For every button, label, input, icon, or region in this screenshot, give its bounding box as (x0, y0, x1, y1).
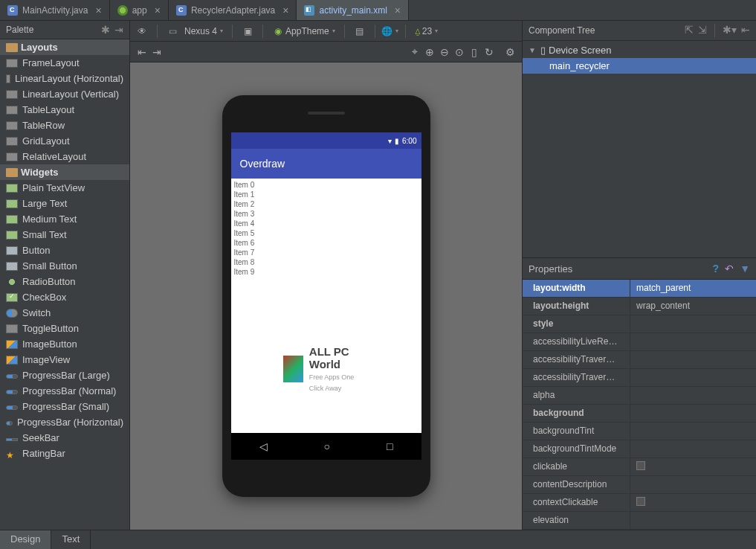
checkbox-icon[interactable] (636, 497, 645, 506)
palette-group-header[interactable]: Layouts (0, 39, 129, 55)
gear-icon[interactable]: ✱ (101, 24, 110, 36)
palette-item-label: Plain TextView (22, 182, 85, 193)
undo-icon[interactable]: ↶ (725, 263, 734, 274)
filter-icon[interactable]: ▼ (740, 263, 750, 274)
property-row[interactable]: layout:widthmatch_parent (523, 280, 756, 298)
property-value[interactable] (630, 315, 756, 333)
property-value[interactable] (630, 458, 756, 475)
palette-item[interactable]: ProgressBar (Normal) (0, 383, 129, 399)
property-value[interactable] (630, 494, 756, 511)
close-icon[interactable]: × (280, 4, 288, 16)
close-icon[interactable]: × (392, 4, 401, 16)
file-tab[interactable]: RecyclerAdapter.java× (169, 0, 297, 20)
theme-selector[interactable]: ◉AppTheme (272, 25, 335, 37)
palette-item[interactable]: Medium Text (0, 211, 129, 227)
property-row[interactable]: clickable (523, 458, 756, 476)
property-value[interactable] (630, 440, 756, 458)
property-value[interactable] (630, 333, 756, 350)
file-tab[interactable]: MainActivity.java× (0, 0, 110, 20)
palette-item[interactable]: FrameLayout (0, 55, 129, 71)
activity-icon[interactable]: ▤ (354, 25, 366, 37)
capture-icon[interactable]: ▯ (468, 46, 480, 58)
property-row[interactable]: contextClickable (523, 494, 756, 512)
palette-item[interactable]: LinearLayout (Vertical) (0, 86, 129, 102)
palette-item[interactable]: GridLayout (0, 133, 129, 149)
palette-item[interactable]: ProgressBar (Large) (0, 367, 129, 383)
property-row[interactable]: contentDescription (523, 476, 756, 494)
property-row[interactable]: backgroundTint (523, 423, 756, 440)
property-value[interactable] (630, 387, 756, 404)
palette-item[interactable]: Button (0, 243, 129, 258)
property-value[interactable] (630, 476, 756, 493)
zoom-fit-icon[interactable]: ⌖ (409, 46, 421, 58)
palette-item[interactable]: Small Text (0, 227, 129, 243)
tab-design[interactable]: Design (0, 530, 51, 549)
palette-item[interactable]: RatingBar (0, 446, 129, 461)
property-row[interactable]: style (523, 315, 756, 333)
eye-icon[interactable]: 👁 (136, 25, 148, 37)
collapse-icon[interactable]: ⇥ (114, 24, 123, 36)
palette-item-label: RadioButton (22, 276, 76, 287)
palette-item[interactable]: Small Button (0, 258, 129, 274)
palette-item[interactable]: ProgressBar (Horizontal) (0, 414, 129, 430)
tree-gear-icon[interactable]: ✱▾ (723, 24, 737, 37)
tab-text[interactable]: Text (51, 530, 91, 549)
palette-item[interactable]: Switch (0, 305, 129, 321)
locale-icon[interactable]: 🌐 (384, 25, 396, 37)
palette-item[interactable]: ImageView (0, 352, 129, 367)
property-key: clickable (523, 458, 630, 475)
zoom-out-icon[interactable]: ⊖ (439, 46, 450, 58)
palette-item[interactable]: TableRow (0, 118, 129, 133)
align-right-icon[interactable]: ⇥ (151, 46, 163, 58)
property-value[interactable] (630, 423, 756, 440)
property-row[interactable]: alpha (523, 387, 756, 405)
palette-item[interactable]: CheckBox (0, 289, 129, 305)
property-row[interactable]: background (523, 405, 756, 423)
property-row[interactable]: backgroundTintMode (523, 440, 756, 458)
property-row[interactable]: accessibilityLiveRegion (523, 333, 756, 351)
palette-item[interactable]: RadioButton (0, 274, 129, 289)
layout-variant-icon[interactable]: ▣ (242, 25, 253, 37)
zoom-in-icon[interactable]: ⊕ (424, 46, 436, 58)
palette-item[interactable]: Plain TextView (0, 180, 129, 196)
property-value[interactable] (630, 405, 756, 422)
property-value[interactable]: match_parent (630, 280, 756, 297)
palette-item[interactable]: ImageButton (0, 336, 129, 352)
property-row[interactable]: accessibilityTraversalAfter (523, 351, 756, 369)
tree-root-row[interactable]: ▼ ▯ Device Screen (523, 42, 756, 58)
palette-item[interactable]: SeekBar (0, 430, 129, 446)
property-value[interactable] (630, 512, 756, 529)
palette-item[interactable]: TableLayout (0, 102, 129, 118)
property-value[interactable]: wrap_content (630, 298, 756, 315)
palette-item[interactable]: Large Text (0, 196, 129, 211)
palette-item[interactable]: RelativeLayout (0, 149, 129, 164)
file-tab[interactable]: app× (110, 0, 169, 20)
chevron-down-icon[interactable]: ▼ (529, 46, 537, 54)
palette-group-header[interactable]: Widgets (0, 164, 129, 180)
property-value[interactable] (630, 351, 756, 368)
api-selector[interactable]: ⍙23 (415, 25, 438, 36)
property-value[interactable] (630, 369, 756, 386)
file-tab[interactable]: activity_main.xml× (297, 0, 409, 20)
refresh-icon[interactable]: ↻ (483, 46, 495, 58)
checkbox-icon[interactable] (636, 461, 645, 470)
settings-icon[interactable]: ⚙ (504, 46, 516, 58)
device-selector[interactable]: Nexus 4 (184, 26, 223, 36)
design-canvas[interactable]: ▾ ▮ 6:00 Overdraw Item 0Item 1Item 2Item… (130, 62, 522, 530)
expand-icon[interactable]: ⇱ (685, 24, 694, 37)
help-icon[interactable]: ? (713, 263, 720, 274)
collapse-tree-icon[interactable]: ⇲ (698, 24, 707, 37)
tree-child-row[interactable]: main_recycler (523, 58, 756, 74)
property-row[interactable]: accessibilityTraversalBefore (523, 369, 756, 387)
zoom-actual-icon[interactable]: ⊙ (453, 46, 465, 58)
close-icon[interactable]: × (152, 4, 161, 16)
hide-icon[interactable]: ⇤ (741, 24, 750, 37)
palette-item[interactable]: LinearLayout (Horizontal) (0, 71, 129, 86)
palette-item[interactable]: ToggleButton (0, 321, 129, 336)
property-row[interactable]: layout:heightwrap_content (523, 298, 756, 315)
palette-item[interactable]: ProgressBar (Small) (0, 399, 129, 414)
property-row[interactable]: elevation (523, 512, 756, 530)
align-left-icon[interactable]: ⇤ (136, 46, 148, 58)
close-icon[interactable]: × (92, 4, 101, 16)
orientation-icon[interactable]: ▭ (167, 25, 178, 37)
